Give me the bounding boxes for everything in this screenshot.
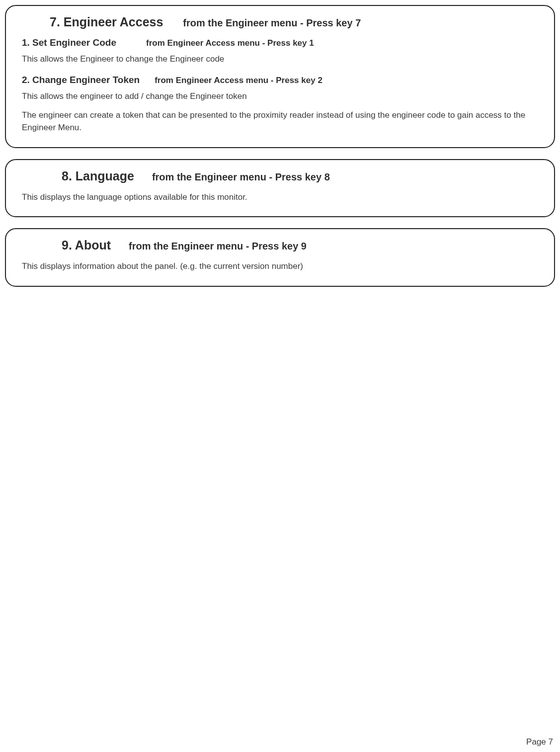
- section-engineer-access: 7. Engineer Access from the Engineer men…: [5, 5, 555, 148]
- section-9-instruction: from the Engineer menu - Press key 9: [129, 241, 307, 252]
- section-7-instruction: from the Engineer menu - Press key 7: [183, 17, 361, 29]
- section-9-title: 9. About: [62, 238, 111, 252]
- subsection-7-2-header: 2. Change Engineer Token from Engineer A…: [22, 75, 543, 85]
- section-7-title: 7. Engineer Access: [50, 15, 163, 29]
- subsection-7-2-instruction: from Engineer Access menu - Press key 2: [155, 76, 322, 85]
- section-9-body: This displays information about the pane…: [22, 260, 543, 273]
- section-language: 8. Language from the Engineer menu - Pre…: [5, 159, 555, 218]
- subsection-7-2-body-1: This allows the engineer to add / change…: [22, 90, 543, 103]
- subsection-7-1-header: 1. Set Engineer Code from Engineer Acces…: [22, 37, 543, 48]
- section-8-instruction: from the Engineer menu - Press key 8: [152, 171, 330, 183]
- subsection-7-2-body-2: The engineer can create a token that can…: [22, 109, 543, 134]
- page-number: Page 7: [526, 737, 553, 747]
- section-about: 9. About from the Engineer menu - Press …: [5, 228, 555, 287]
- subsection-7-2-title: 2. Change Engineer Token: [22, 75, 140, 85]
- section-8-title: 8. Language: [62, 169, 134, 183]
- subsection-7-1-title: 1. Set Engineer Code: [22, 37, 116, 48]
- section-8-header: 8. Language from the Engineer menu - Pre…: [62, 169, 543, 183]
- subsection-7-1-body: This allows the Engineer to change the E…: [22, 53, 543, 66]
- section-8-body: This displays the language options avail…: [22, 191, 543, 204]
- subsection-7-1-instruction: from Engineer Access menu - Press key 1: [146, 38, 314, 48]
- section-9-header: 9. About from the Engineer menu - Press …: [62, 238, 543, 252]
- section-7-header: 7. Engineer Access from the Engineer men…: [50, 15, 543, 29]
